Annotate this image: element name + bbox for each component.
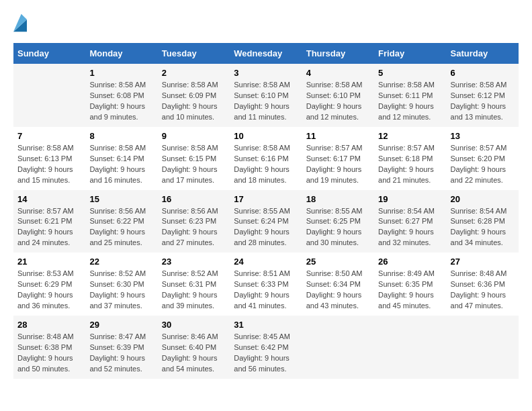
day-number: 4	[306, 68, 370, 78]
day-info: Sunrise: 8:58 AMSunset: 6:09 PMDaylight:…	[162, 80, 226, 123]
calendar-cell: 21Sunrise: 8:53 AMSunset: 6:29 PMDayligh…	[13, 253, 85, 316]
day-number: 6	[451, 68, 515, 78]
header-day-saturday: Saturday	[447, 43, 519, 64]
calendar-cell: 22Sunrise: 8:52 AMSunset: 6:30 PMDayligh…	[85, 253, 157, 316]
day-info: Sunrise: 8:51 AMSunset: 6:33 PMDaylight:…	[234, 269, 298, 312]
header-day-wednesday: Wednesday	[230, 43, 302, 64]
day-number: 19	[378, 194, 442, 204]
day-info: Sunrise: 8:48 AMSunset: 6:38 PMDaylight:…	[17, 332, 81, 375]
calendar-cell: 26Sunrise: 8:49 AMSunset: 6:35 PMDayligh…	[374, 253, 446, 316]
calendar-cell	[374, 316, 446, 379]
week-row-3: 14Sunrise: 8:57 AMSunset: 6:21 PMDayligh…	[13, 190, 519, 253]
header-day-thursday: Thursday	[302, 43, 374, 64]
day-info: Sunrise: 8:57 AMSunset: 6:20 PMDaylight:…	[451, 143, 515, 186]
calendar-cell: 3Sunrise: 8:58 AMSunset: 6:10 PMDaylight…	[230, 64, 302, 127]
calendar-cell: 23Sunrise: 8:52 AMSunset: 6:31 PMDayligh…	[158, 253, 230, 316]
day-info: Sunrise: 8:48 AMSunset: 6:36 PMDaylight:…	[451, 269, 515, 312]
calendar-cell: 9Sunrise: 8:58 AMSunset: 6:15 PMDaylight…	[158, 127, 230, 190]
calendar-cell: 31Sunrise: 8:45 AMSunset: 6:42 PMDayligh…	[230, 316, 302, 379]
day-info: Sunrise: 8:53 AMSunset: 6:29 PMDaylight:…	[17, 269, 81, 312]
day-info: Sunrise: 8:57 AMSunset: 6:21 PMDaylight:…	[17, 206, 81, 249]
day-info: Sunrise: 8:56 AMSunset: 6:22 PMDaylight:…	[89, 206, 153, 249]
day-number: 1	[89, 68, 153, 78]
calendar-cell: 30Sunrise: 8:46 AMSunset: 6:40 PMDayligh…	[158, 316, 230, 379]
day-number: 2	[162, 68, 226, 78]
day-number: 20	[451, 194, 515, 204]
week-row-4: 21Sunrise: 8:53 AMSunset: 6:29 PMDayligh…	[13, 253, 519, 316]
day-number: 5	[378, 68, 442, 78]
day-info: Sunrise: 8:58 AMSunset: 6:08 PMDaylight:…	[89, 80, 153, 123]
calendar-cell: 7Sunrise: 8:58 AMSunset: 6:13 PMDaylight…	[13, 127, 85, 190]
logo	[13, 13, 28, 32]
day-info: Sunrise: 8:47 AMSunset: 6:39 PMDaylight:…	[89, 332, 153, 375]
calendar-cell: 24Sunrise: 8:51 AMSunset: 6:33 PMDayligh…	[230, 253, 302, 316]
day-info: Sunrise: 8:58 AMSunset: 6:10 PMDaylight:…	[234, 80, 298, 123]
calendar-cell: 4Sunrise: 8:58 AMSunset: 6:10 PMDaylight…	[302, 64, 374, 127]
day-info: Sunrise: 8:58 AMSunset: 6:14 PMDaylight:…	[89, 143, 153, 186]
day-number: 8	[89, 131, 153, 141]
day-info: Sunrise: 8:46 AMSunset: 6:40 PMDaylight:…	[162, 332, 226, 375]
calendar-cell: 1Sunrise: 8:58 AMSunset: 6:08 PMDaylight…	[85, 64, 157, 127]
day-number: 27	[451, 257, 515, 267]
day-number: 28	[17, 320, 81, 330]
calendar-cell: 2Sunrise: 8:58 AMSunset: 6:09 PMDaylight…	[158, 64, 230, 127]
day-number: 18	[306, 194, 370, 204]
day-number: 12	[378, 131, 442, 141]
calendar-body: 1Sunrise: 8:58 AMSunset: 6:08 PMDaylight…	[13, 64, 519, 379]
day-info: Sunrise: 8:45 AMSunset: 6:42 PMDaylight:…	[234, 332, 298, 375]
day-number: 31	[234, 320, 298, 330]
calendar-cell: 20Sunrise: 8:54 AMSunset: 6:28 PMDayligh…	[447, 190, 519, 253]
day-info: Sunrise: 8:54 AMSunset: 6:28 PMDaylight:…	[451, 206, 515, 249]
page-header	[13, 13, 519, 32]
header-day-monday: Monday	[85, 43, 157, 64]
calendar-cell: 27Sunrise: 8:48 AMSunset: 6:36 PMDayligh…	[447, 253, 519, 316]
day-info: Sunrise: 8:52 AMSunset: 6:31 PMDaylight:…	[162, 269, 226, 312]
week-row-1: 1Sunrise: 8:58 AMSunset: 6:08 PMDaylight…	[13, 64, 519, 127]
day-info: Sunrise: 8:58 AMSunset: 6:12 PMDaylight:…	[451, 80, 515, 123]
day-info: Sunrise: 8:58 AMSunset: 6:16 PMDaylight:…	[234, 143, 298, 186]
week-row-5: 28Sunrise: 8:48 AMSunset: 6:38 PMDayligh…	[13, 316, 519, 379]
header-row: SundayMondayTuesdayWednesdayThursdayFrid…	[13, 43, 519, 64]
calendar-cell: 28Sunrise: 8:48 AMSunset: 6:38 PMDayligh…	[13, 316, 85, 379]
calendar-cell: 14Sunrise: 8:57 AMSunset: 6:21 PMDayligh…	[13, 190, 85, 253]
header-day-sunday: Sunday	[13, 43, 85, 64]
day-info: Sunrise: 8:56 AMSunset: 6:23 PMDaylight:…	[162, 206, 226, 249]
calendar-cell: 8Sunrise: 8:58 AMSunset: 6:14 PMDaylight…	[85, 127, 157, 190]
calendar-cell: 18Sunrise: 8:55 AMSunset: 6:25 PMDayligh…	[302, 190, 374, 253]
calendar-cell: 6Sunrise: 8:58 AMSunset: 6:12 PMDaylight…	[447, 64, 519, 127]
day-number: 22	[89, 257, 153, 267]
calendar-cell	[447, 316, 519, 379]
calendar-cell: 16Sunrise: 8:56 AMSunset: 6:23 PMDayligh…	[158, 190, 230, 253]
day-info: Sunrise: 8:49 AMSunset: 6:35 PMDaylight:…	[378, 269, 442, 312]
day-info: Sunrise: 8:58 AMSunset: 6:13 PMDaylight:…	[17, 143, 81, 186]
day-number: 21	[17, 257, 81, 267]
week-row-2: 7Sunrise: 8:58 AMSunset: 6:13 PMDaylight…	[13, 127, 519, 190]
day-info: Sunrise: 8:55 AMSunset: 6:24 PMDaylight:…	[234, 206, 298, 249]
calendar-cell: 15Sunrise: 8:56 AMSunset: 6:22 PMDayligh…	[85, 190, 157, 253]
calendar-cell: 12Sunrise: 8:57 AMSunset: 6:18 PMDayligh…	[374, 127, 446, 190]
day-number: 9	[162, 131, 226, 141]
calendar-cell: 11Sunrise: 8:57 AMSunset: 6:17 PMDayligh…	[302, 127, 374, 190]
day-number: 26	[378, 257, 442, 267]
calendar-table: SundayMondayTuesdayWednesdayThursdayFrid…	[13, 43, 519, 379]
day-info: Sunrise: 8:50 AMSunset: 6:34 PMDaylight:…	[306, 269, 370, 312]
calendar-cell: 5Sunrise: 8:58 AMSunset: 6:11 PMDaylight…	[374, 64, 446, 127]
day-info: Sunrise: 8:54 AMSunset: 6:27 PMDaylight:…	[378, 206, 442, 249]
day-info: Sunrise: 8:57 AMSunset: 6:17 PMDaylight:…	[306, 143, 370, 186]
day-number: 14	[17, 194, 81, 204]
day-number: 24	[234, 257, 298, 267]
calendar-cell: 17Sunrise: 8:55 AMSunset: 6:24 PMDayligh…	[230, 190, 302, 253]
logo-icon	[13, 13, 27, 32]
calendar-cell	[302, 316, 374, 379]
day-number: 30	[162, 320, 226, 330]
day-info: Sunrise: 8:58 AMSunset: 6:15 PMDaylight:…	[162, 143, 226, 186]
day-number: 10	[234, 131, 298, 141]
header-day-tuesday: Tuesday	[158, 43, 230, 64]
calendar-header: SundayMondayTuesdayWednesdayThursdayFrid…	[13, 43, 519, 64]
day-number: 25	[306, 257, 370, 267]
day-info: Sunrise: 8:52 AMSunset: 6:30 PMDaylight:…	[89, 269, 153, 312]
day-number: 11	[306, 131, 370, 141]
calendar-cell	[13, 64, 85, 127]
day-number: 29	[89, 320, 153, 330]
day-info: Sunrise: 8:58 AMSunset: 6:11 PMDaylight:…	[378, 80, 442, 123]
